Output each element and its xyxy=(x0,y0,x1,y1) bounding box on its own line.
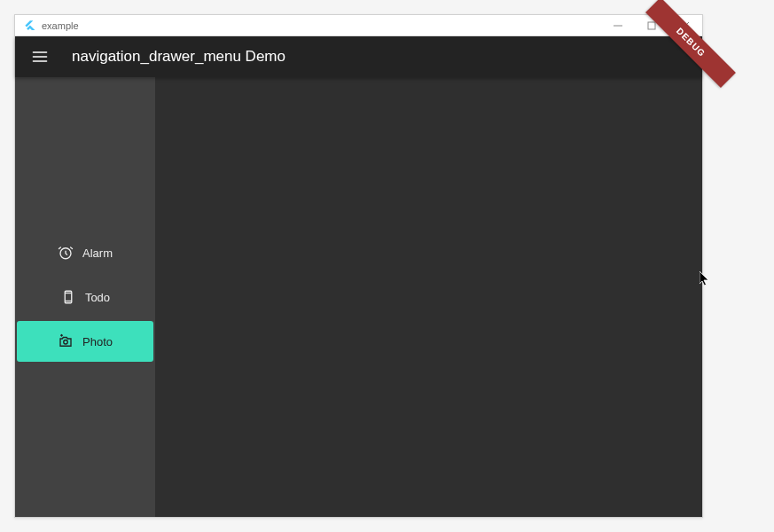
hamburger-icon xyxy=(31,48,49,66)
titlebar: example xyxy=(15,15,702,36)
svg-rect-0 xyxy=(648,22,655,29)
app-bar-title: navigation_drawer_menu Demo xyxy=(72,48,285,66)
window-frame: example navigation_drawer_menu Demo DEBU… xyxy=(14,14,703,518)
alarm-icon xyxy=(58,245,74,261)
drawer-item-label: Todo xyxy=(85,291,110,304)
main-content-pane xyxy=(155,77,702,517)
drawer-item-todo[interactable]: Todo xyxy=(17,277,153,317)
app-content: navigation_drawer_menu Demo DEBUG Alarm xyxy=(15,36,702,517)
body-area: Alarm Todo xyxy=(15,77,702,517)
app-bar: navigation_drawer_menu Demo DEBUG xyxy=(15,36,702,77)
window-title: example xyxy=(42,20,79,31)
svg-point-5 xyxy=(64,340,68,345)
drawer-item-label: Alarm xyxy=(82,246,113,260)
menu-button[interactable] xyxy=(22,39,58,74)
drawer-item-label: Photo xyxy=(82,335,113,348)
add-photo-icon xyxy=(58,333,74,349)
minimize-button[interactable] xyxy=(601,15,635,36)
drawer-item-photo[interactable]: Photo xyxy=(17,321,153,362)
drawer-item-alarm[interactable]: Alarm xyxy=(17,232,153,273)
flutter-icon xyxy=(20,17,38,35)
smartphone-icon xyxy=(60,289,76,305)
navigation-drawer: Alarm Todo xyxy=(15,77,155,517)
debug-banner: DEBUG xyxy=(645,0,736,88)
